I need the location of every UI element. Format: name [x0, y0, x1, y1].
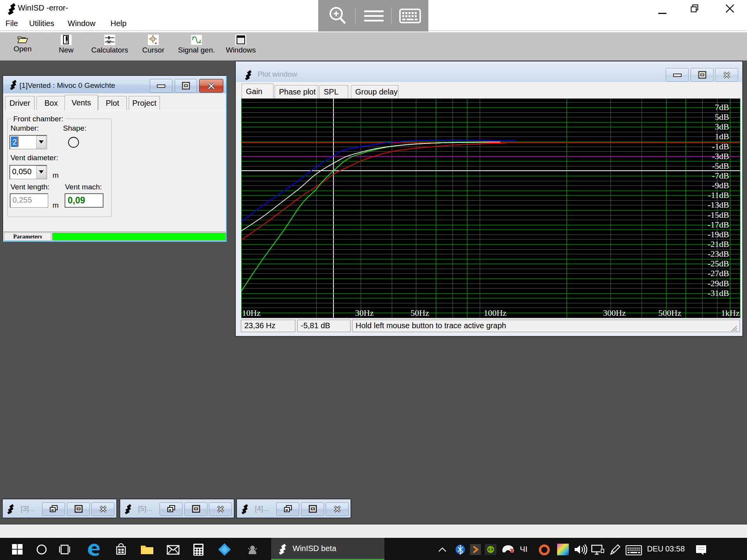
svg-text:-27dB: -27dB [708, 268, 729, 278]
svg-text:10Hz: 10Hz [242, 308, 261, 318]
svg-text:50Hz: 50Hz [410, 308, 429, 318]
svg-text:1kHz: 1kHz [721, 308, 740, 318]
svg-text:-25dB: -25dB [708, 259, 729, 268]
svg-text:-5dB: -5dB [712, 161, 729, 171]
svg-text:-7dB: -7dB [712, 171, 729, 180]
svg-text:-21dB: -21dB [708, 239, 729, 249]
svg-text:-1dB: -1dB [712, 142, 729, 151]
svg-text:30Hz: 30Hz [355, 308, 374, 318]
svg-text:-23dB: -23dB [708, 249, 729, 259]
svg-text:-17dB: -17dB [708, 220, 729, 229]
svg-text:300Hz: 300Hz [603, 308, 626, 318]
svg-text:1dB: 1dB [715, 131, 729, 141]
svg-text:-15dB: -15dB [708, 210, 729, 220]
svg-text:7dB: 7dB [715, 102, 729, 112]
svg-text:-29dB: -29dB [708, 278, 729, 288]
svg-text:3dB: 3dB [715, 122, 729, 131]
svg-text:-13dB: -13dB [708, 200, 729, 210]
svg-text:-9dB: -9dB [712, 180, 729, 190]
svg-text:100Hz: 100Hz [484, 308, 507, 318]
svg-text:-31dB: -31dB [708, 288, 729, 298]
svg-text:-19dB: -19dB [708, 229, 729, 239]
svg-text:500Hz: 500Hz [658, 308, 681, 318]
svg-text:5dB: 5dB [715, 112, 729, 122]
svg-text:-11dB: -11dB [708, 190, 729, 200]
svg-text:-3dB: -3dB [712, 151, 729, 161]
